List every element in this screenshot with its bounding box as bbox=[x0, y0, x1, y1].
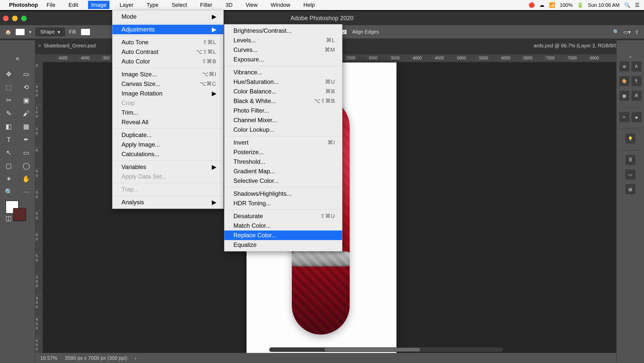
rounded-rect-tool[interactable]: ▢ bbox=[0, 159, 18, 172]
menu-item-match-color[interactable]: Match Color... bbox=[224, 221, 342, 230]
menu-item-mode[interactable]: Mode▶ bbox=[112, 12, 223, 21]
properties-panel-icon[interactable]: ⚙ bbox=[619, 61, 629, 72]
menu-item-color-lookup[interactable]: Color Lookup... bbox=[224, 125, 342, 135]
menu-window[interactable]: Window bbox=[268, 1, 293, 9]
menu-item-auto-contrast[interactable]: Auto Contrast⌥⇧⌘L bbox=[112, 47, 223, 57]
cloud-icon[interactable]: ☁︎ bbox=[539, 2, 544, 8]
crop-tool[interactable]: ✂ bbox=[0, 94, 18, 107]
menu-item-image-rotation[interactable]: Image Rotation▶ bbox=[112, 89, 223, 98]
menu-item-hue-saturation[interactable]: Hue/Saturation...⌘U bbox=[224, 77, 342, 87]
menu-item-levels[interactable]: Levels...⌘L bbox=[224, 36, 342, 45]
horizontal-scrollbar[interactable] bbox=[269, 347, 503, 352]
collapse-tools-icon[interactable]: « bbox=[0, 54, 35, 62]
menu-3d[interactable]: 3D bbox=[222, 1, 235, 9]
swatches-panel-icon[interactable]: ▦ bbox=[619, 91, 629, 101]
wifi-icon[interactable]: 📶 bbox=[549, 2, 555, 8]
menu-item-gradient-map[interactable]: Gradient Map... bbox=[224, 167, 342, 176]
glyphs-panel-icon[interactable]: Æ bbox=[631, 91, 641, 101]
fill-swatch[interactable] bbox=[81, 28, 90, 36]
tool-preset-swatch[interactable] bbox=[15, 28, 25, 36]
brush-tool[interactable]: 🖌 bbox=[18, 107, 35, 120]
color-panel-icon[interactable]: 🎨 bbox=[619, 76, 629, 86]
menu-item-desaturate[interactable]: Desaturate⇧⌘U bbox=[224, 211, 342, 221]
menu-item-hdr-toning[interactable]: HDR Toning... bbox=[224, 199, 342, 208]
menu-item-variables[interactable]: Variables▶ bbox=[112, 162, 223, 172]
menu-item-channel-mixer[interactable]: Channel Mixer... bbox=[224, 115, 342, 125]
menu-select[interactable]: Select bbox=[169, 1, 190, 9]
search-icon[interactable]: 🔍 bbox=[613, 29, 619, 35]
eraser-tool[interactable]: ◧ bbox=[0, 120, 18, 133]
pen-tool[interactable]: ✒ bbox=[18, 133, 35, 146]
learn-panel-icon[interactable]: 💡 bbox=[625, 134, 635, 144]
document-dimensions[interactable]: 3580 px x 7000 px (300 ppi) bbox=[65, 355, 127, 361]
menu-item-trim[interactable]: Trim... bbox=[112, 108, 223, 117]
type-tool[interactable]: T bbox=[0, 133, 18, 146]
zoom-level[interactable]: 16.57% bbox=[40, 355, 57, 361]
lasso-tool[interactable]: ⟲ bbox=[18, 81, 35, 94]
home-icon[interactable]: 🏠 bbox=[5, 29, 11, 35]
menu-item-adjustments[interactable]: Adjustments▶ bbox=[112, 25, 223, 34]
menu-edit[interactable]: Edit bbox=[65, 1, 81, 9]
gradient-tool[interactable]: ▦ bbox=[18, 120, 35, 133]
status-chevron-icon[interactable]: › bbox=[135, 355, 137, 361]
menu-item-invert[interactable]: Invert⌘I bbox=[224, 138, 342, 147]
menu-item-vibrance[interactable]: Vibrance... bbox=[224, 68, 342, 77]
menu-item-auto-tone[interactable]: Auto Tone⇧⌘L bbox=[112, 38, 223, 47]
character-panel-icon[interactable]: A bbox=[631, 61, 641, 72]
zoom-tool[interactable]: 🔍 bbox=[0, 185, 18, 199]
libraries-panel-icon[interactable]: 🗄 bbox=[625, 155, 635, 165]
menu-type[interactable]: Type bbox=[143, 1, 162, 9]
hand-tool[interactable]: ✋ bbox=[18, 172, 35, 185]
layers-panel-icon[interactable]: ◈ bbox=[631, 112, 641, 122]
eyedropper-tool[interactable]: ✎ bbox=[0, 107, 18, 120]
spotlight-icon[interactable]: 🔍 bbox=[624, 2, 630, 8]
menu-help[interactable]: Help bbox=[300, 1, 318, 9]
align-edges-checkbox[interactable] bbox=[342, 30, 347, 34]
comments-panel-icon[interactable]: ▤ bbox=[625, 184, 635, 194]
adjustments-panel-icon[interactable]: ✂ bbox=[619, 112, 629, 122]
history-panel-icon[interactable]: ▭ bbox=[625, 170, 635, 180]
menu-filter[interactable]: Filter bbox=[197, 1, 215, 9]
menu-item-curves[interactable]: Curves...⌘M bbox=[224, 45, 342, 55]
menu-item-exposure[interactable]: Exposure... bbox=[224, 55, 342, 64]
tab-skateboard-green[interactable]: Skateboard_Green.psd bbox=[44, 43, 96, 49]
menu-item-calculations[interactable]: Calculations... bbox=[112, 149, 223, 159]
path-select-tool[interactable]: ↖ bbox=[0, 146, 18, 159]
menu-item-black-white[interactable]: Black & White...⌥⇧⌘B bbox=[224, 96, 342, 106]
collapse-panels-icon[interactable]: » bbox=[629, 54, 631, 59]
menu-item-auto-color[interactable]: Auto Color⇧⌘B bbox=[112, 57, 223, 66]
move-tool[interactable]: ✥ bbox=[0, 68, 18, 81]
menu-hamburger-icon[interactable]: ☰ bbox=[635, 2, 639, 8]
menu-item-threshold[interactable]: Threshold... bbox=[224, 157, 342, 167]
menu-item-brightness-contrast[interactable]: Brightness/Contrast... bbox=[224, 26, 342, 36]
ellipse-tool[interactable]: ◯ bbox=[18, 159, 35, 172]
frame-tool[interactable]: ▣ bbox=[18, 94, 35, 107]
menu-item-shadows-highlights[interactable]: Shadows/Highlights... bbox=[224, 189, 342, 199]
menu-item-duplicate[interactable]: Duplicate... bbox=[112, 130, 223, 140]
menu-view[interactable]: View bbox=[243, 1, 260, 9]
paragraph-panel-icon[interactable]: ¶ bbox=[631, 76, 641, 86]
menu-item-equalize[interactable]: Equalize bbox=[224, 240, 342, 250]
custom-shape-tool[interactable]: ✶ bbox=[0, 172, 18, 185]
menu-item-analysis[interactable]: Analysis▶ bbox=[112, 197, 223, 207]
menu-item-replace-color[interactable]: Replace Color... bbox=[224, 230, 342, 240]
app-name[interactable]: Photoshop bbox=[9, 2, 38, 8]
menu-file[interactable]: File bbox=[44, 1, 58, 9]
menu-item-reveal-all[interactable]: Reveal All bbox=[112, 117, 223, 127]
menu-item-image-size[interactable]: Image Size...⌥⌘I bbox=[112, 70, 223, 79]
menu-item-photo-filter[interactable]: Photo Filter... bbox=[224, 106, 342, 115]
rectangle-tool[interactable]: ▭ bbox=[18, 146, 35, 159]
artboard-tool[interactable]: ▭ bbox=[18, 68, 35, 81]
marquee-tool[interactable]: ⬚ bbox=[0, 81, 18, 94]
close-tab-icon[interactable]: × bbox=[38, 43, 41, 49]
clock[interactable]: Sun 10:06 AM bbox=[588, 2, 620, 8]
color-swatches[interactable] bbox=[0, 199, 35, 221]
menu-image[interactable]: Image bbox=[88, 1, 109, 9]
menu-item-canvas-size[interactable]: Canvas Size...⌥⌘C bbox=[112, 79, 223, 89]
menu-item-apply-image[interactable]: Apply Image... bbox=[112, 140, 223, 149]
shape-mode-dropdown[interactable]: Shape ▾ bbox=[35, 28, 65, 36]
menu-layer[interactable]: Layer bbox=[116, 1, 136, 9]
share-icon[interactable]: ⇪ bbox=[635, 29, 639, 35]
menu-item-posterize[interactable]: Posterize... bbox=[224, 147, 342, 157]
vertical-ruler[interactable]: 05 0 01 0 05 005 00 05 00 05 03 0 03 5 0… bbox=[35, 62, 43, 353]
